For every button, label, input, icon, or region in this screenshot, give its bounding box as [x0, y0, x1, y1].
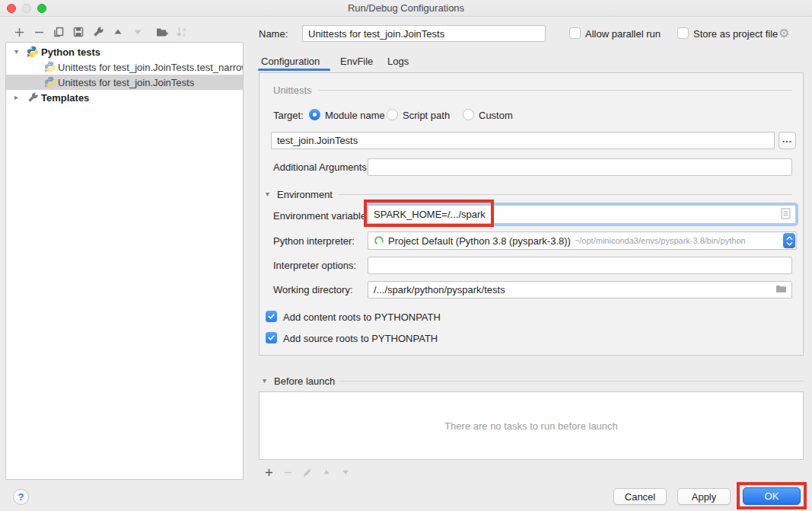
environment-collapse-icon[interactable]: ▾: [266, 190, 269, 198]
check-icon: [267, 334, 275, 342]
allow-parallel-run-checkbox[interactable]: [569, 27, 581, 39]
svg-text:z: z: [183, 32, 186, 37]
svg-text:a: a: [183, 27, 186, 32]
radio-script-path-label: Script path: [403, 110, 450, 122]
help-button[interactable]: ?: [13, 489, 29, 505]
check-icon: [267, 312, 275, 321]
radio-module-name[interactable]: [309, 109, 320, 120]
target-label: Target:: [273, 110, 304, 122]
apply-button[interactable]: Apply: [677, 488, 731, 505]
interpreter-options-label: Interpreter options:: [273, 260, 356, 272]
tab-envfile[interactable]: EnvFile: [340, 56, 373, 67]
python-interpreter-path: ~/opt/miniconda3/envs/pyspark-3.8/bin/py…: [575, 236, 746, 245]
additional-arguments-label: Additional Arguments:: [273, 161, 369, 174]
name-input[interactable]: Unittests for test_join.JoinTests: [302, 25, 546, 42]
store-as-project-file-checkbox[interactable]: [677, 27, 689, 39]
edit-pencil-icon: [298, 465, 317, 480]
configurations-toolbar: az: [9, 24, 192, 40]
environment-variables-input[interactable]: SPARK_HOME=/.../spark: [368, 205, 796, 224]
tree-item-templates[interactable]: ▸ Templates: [6, 90, 243, 105]
python-test-icon: [44, 76, 56, 88]
cancel-button[interactable]: Cancel: [613, 488, 667, 505]
remove-icon[interactable]: [29, 24, 49, 40]
edit-templates-wrench-icon[interactable]: [88, 24, 108, 40]
before-launch-collapse-icon[interactable]: ▾: [263, 376, 266, 385]
new-folder-icon[interactable]: [152, 24, 172, 40]
module-name-input[interactable]: test_join.JoinTests: [271, 132, 775, 149]
environment-divider: [338, 194, 792, 195]
working-directory-input[interactable]: /.../spark/python/pyspark/tests: [368, 281, 792, 299]
working-directory-label: Working directory:: [273, 284, 353, 296]
add-icon[interactable]: [260, 465, 279, 480]
tree-item-test-narrow[interactable]: Unittests for test_join.JoinTests.test_n…: [6, 59, 243, 75]
chevron-collapsed-icon[interactable]: ▸: [14, 93, 18, 101]
unittests-group-label: Unittests: [273, 85, 312, 96]
tab-logs[interactable]: Logs: [387, 56, 409, 67]
tree-item-label: Python tests: [41, 46, 100, 58]
tree-item-jointests-selected[interactable]: Unittests for test_join.JoinTests: [6, 75, 243, 90]
remove-icon: [279, 465, 298, 480]
tree-item-label: Unittests for test_join.JoinTests.test_n…: [58, 62, 243, 73]
empty-task-message: There are no tasks to run before launch: [444, 420, 618, 432]
close-window-button[interactable]: [7, 4, 16, 13]
copy-icon[interactable]: [49, 24, 68, 40]
add-icon[interactable]: [9, 24, 29, 40]
environment-variables-value: SPARK_HOME=/.../spark: [374, 209, 486, 220]
add-content-roots-checkbox[interactable]: [266, 311, 277, 322]
additional-arguments-input[interactable]: [368, 158, 792, 176]
tree-item-python-tests[interactable]: ▾ Python tests: [6, 44, 243, 59]
select-stepper-icon[interactable]: [783, 233, 795, 248]
radio-module-name-label: Module name: [325, 110, 385, 122]
chevron-expanded-icon[interactable]: ▾: [14, 47, 18, 56]
env-vars-browse-icon[interactable]: [781, 208, 791, 222]
allow-parallel-run-label: Allow parallel run: [585, 28, 661, 40]
python-interpreter-label: Python interpreter:: [273, 235, 355, 248]
title-bar: Run/Debug Configurations: [0, 0, 812, 17]
add-content-roots-label: Add content roots to PYTHONPATH: [283, 311, 441, 323]
python-interpreter-select[interactable]: Project Default (Python 3.8 (pyspark-3.8…: [368, 232, 797, 250]
radio-custom-label: Custom: [479, 110, 513, 122]
tab-configuration[interactable]: Configuration: [261, 56, 320, 67]
save-icon[interactable]: [68, 24, 88, 40]
zoom-window-button[interactable]: [37, 4, 46, 13]
radio-script-path[interactable]: [387, 109, 398, 120]
environment-variables-label: Environment variables:: [273, 210, 374, 222]
python-test-icon: [44, 61, 56, 73]
group-divider: [319, 90, 792, 91]
minimize-window-button: [22, 4, 31, 13]
before-launch-toolbar: [260, 465, 355, 480]
folder-icon[interactable]: [775, 284, 787, 295]
templates-wrench-icon: [27, 91, 39, 104]
environment-section-label: Environment: [277, 189, 333, 201]
browse-button[interactable]: ...: [779, 132, 796, 149]
move-down-icon: [336, 465, 355, 480]
tree-item-label: Templates: [41, 92, 89, 104]
name-label: Name:: [259, 28, 288, 40]
radio-custom[interactable]: [463, 109, 474, 120]
python-interpreter-value: Project Default (Python 3.8 (pyspark-3.8…: [388, 235, 571, 247]
add-source-roots-checkbox[interactable]: [266, 332, 277, 343]
run-configurations-tree: ▾ Python tests Unittests for test_join.J…: [5, 42, 244, 480]
sort-alphabetically-icon: az: [172, 24, 192, 40]
before-launch-divider: [339, 381, 804, 382]
store-as-project-file-label: Store as project file: [693, 28, 778, 40]
active-tab-indicator: [258, 69, 330, 71]
window-title: Run/Debug Configurations: [0, 0, 812, 16]
before-launch-label: Before launch: [274, 375, 335, 388]
move-up-icon: [317, 465, 336, 480]
ok-button[interactable]: OK: [743, 487, 801, 505]
move-down-icon: [128, 24, 148, 40]
python-tests-icon: [27, 46, 39, 58]
conda-env-icon: [374, 235, 384, 246]
move-up-icon[interactable]: [108, 24, 128, 40]
configuration-panel: Unittests Target: Module name Script pat…: [259, 72, 804, 356]
before-launch-task-list: There are no tasks to run before launch: [259, 391, 804, 460]
working-directory-value: /.../spark/python/pyspark/tests: [374, 284, 505, 295]
tree-item-label: Unittests for test_join.JoinTests: [58, 77, 194, 88]
interpreter-options-input[interactable]: [368, 257, 792, 274]
gear-icon[interactable]: ⚙: [779, 27, 789, 40]
add-source-roots-label: Add source roots to PYTHONPATH: [283, 333, 438, 344]
